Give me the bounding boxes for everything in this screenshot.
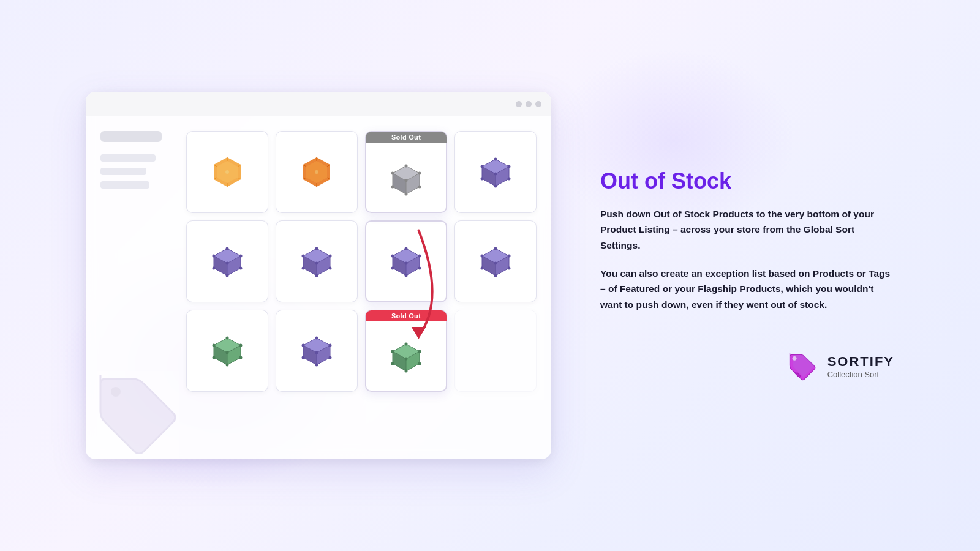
browser-content: Sold Out (86, 116, 551, 459)
product-card-4 (454, 131, 537, 213)
product-card-1 (186, 131, 268, 213)
product-card-2 (276, 131, 358, 213)
sidebar-line-1 (100, 154, 156, 162)
product-card-12-empty (454, 310, 537, 392)
sidebar-title-bar (100, 131, 162, 142)
svg-point-47 (494, 185, 497, 188)
svg-point-72 (329, 267, 332, 270)
sidebar (100, 131, 174, 444)
svg-point-58 (213, 267, 216, 270)
content-para-2: You can also create an exception list ba… (600, 266, 894, 313)
brand-text: SORTIFY Collection Sort (827, 354, 894, 379)
svg-point-106 (226, 337, 229, 340)
product-card-9 (186, 310, 268, 392)
svg-point-112 (226, 364, 229, 367)
sold-out-badge-red: Sold Out (366, 310, 447, 321)
svg-point-6 (225, 170, 229, 174)
brand-row: SORTIFY Collection Sort (600, 349, 894, 383)
right-content: Out of Stock Push down Out of Stock Prod… (600, 168, 894, 384)
svg-point-44 (494, 173, 497, 176)
browser-window: Sold Out (86, 92, 551, 459)
product-card-10 (276, 310, 358, 392)
svg-point-94 (508, 255, 511, 258)
content-title: Out of Stock (600, 168, 894, 194)
svg-point-121 (302, 344, 305, 347)
svg-point-95 (481, 255, 484, 258)
svg-point-134 (391, 350, 394, 353)
svg-point-15 (315, 170, 318, 174)
sidebar-lines (100, 154, 174, 189)
svg-point-99 (494, 274, 497, 277)
svg-point-138 (405, 370, 408, 373)
svg-point-60 (226, 274, 229, 277)
svg-point-107 (239, 344, 243, 347)
sold-out-badge-gray: Sold Out (366, 132, 447, 143)
svg-point-96 (494, 262, 497, 265)
main-container: Sold Out (86, 92, 894, 459)
window-dots (516, 101, 541, 107)
window-dot-2 (526, 101, 532, 107)
svg-point-109 (226, 351, 229, 354)
svg-point-120 (329, 344, 332, 347)
svg-point-83 (405, 262, 408, 265)
svg-point-71 (302, 267, 305, 270)
svg-point-108 (213, 344, 216, 347)
svg-point-124 (329, 356, 332, 359)
svg-point-98 (508, 267, 511, 270)
product-card-7 (365, 220, 447, 302)
svg-point-45 (481, 178, 484, 181)
tag-icon-watermark (86, 356, 180, 457)
svg-point-59 (239, 267, 243, 270)
svg-point-56 (213, 255, 216, 258)
window-dot-1 (516, 101, 522, 107)
svg-point-34 (405, 193, 408, 196)
svg-point-137 (418, 362, 421, 365)
product-card-3-soldout: Sold Out (365, 131, 447, 213)
svg-point-110 (213, 356, 216, 359)
window-dot-3 (535, 101, 541, 107)
svg-point-125 (315, 364, 318, 367)
svg-point-55 (239, 255, 243, 258)
svg-point-136 (391, 362, 394, 365)
browser-titlebar (86, 92, 551, 116)
svg-point-70 (315, 262, 318, 265)
grid-container: Sold Out (186, 131, 537, 444)
brand-name: SORTIFY (827, 354, 894, 370)
svg-point-54 (226, 247, 229, 250)
svg-point-84 (391, 267, 394, 270)
svg-point-69 (302, 255, 305, 258)
svg-point-82 (391, 255, 394, 258)
svg-point-31 (405, 179, 408, 182)
brand-logo-icon (785, 349, 819, 383)
svg-point-85 (418, 267, 421, 270)
sidebar-line-2 (100, 168, 146, 175)
svg-point-119 (315, 337, 318, 340)
svg-point-93 (494, 247, 497, 250)
svg-point-42 (508, 165, 511, 168)
svg-point-133 (418, 350, 421, 353)
product-grid: Sold Out (186, 131, 537, 392)
svg-point-123 (302, 356, 305, 359)
svg-point-28 (405, 165, 408, 168)
brand-subtitle: Collection Sort (827, 370, 894, 379)
product-card-8 (454, 220, 537, 302)
svg-point-67 (315, 247, 318, 250)
svg-point-32 (391, 186, 394, 189)
svg-point-0 (111, 387, 121, 397)
svg-point-80 (405, 247, 408, 250)
svg-point-81 (418, 255, 421, 258)
svg-point-33 (418, 186, 421, 189)
content-para-1: Push down Out of Stock Products to the v… (600, 206, 894, 253)
svg-point-135 (405, 358, 408, 361)
svg-point-46 (508, 178, 511, 181)
svg-point-43 (481, 165, 484, 168)
product-card-11-soldout: Sold Out (365, 310, 447, 392)
svg-point-30 (391, 172, 394, 175)
svg-point-122 (315, 351, 318, 354)
svg-point-86 (405, 274, 408, 277)
svg-point-97 (481, 267, 484, 270)
product-card-5 (186, 220, 268, 302)
svg-point-111 (239, 356, 243, 359)
sidebar-line-3 (100, 181, 149, 189)
product-card-6 (276, 220, 358, 302)
